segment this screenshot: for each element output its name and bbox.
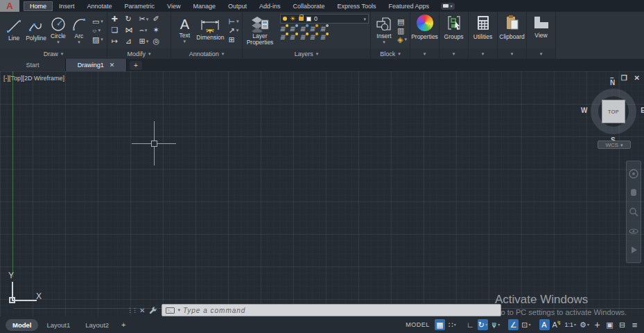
isolate-objects-button[interactable]: ▣ [604,319,615,330]
move-pan-crosshair-button[interactable]: + [592,319,602,330]
zoom-icon[interactable] [629,207,638,217]
viewcube-west[interactable]: W [581,107,587,114]
explode-button[interactable]: ✶ [153,26,159,34]
ucs-icon[interactable]: Y X [0,272,55,314]
properties-button[interactable]: Properties [410,12,439,48]
new-drawing-button[interactable]: + [130,61,142,70]
close-icon[interactable]: ✕ [634,74,640,82]
layer-thaw-all-button[interactable]: ≣ [289,34,297,41]
annotation-visibility-toggle[interactable]: A [539,319,550,330]
viewcube-top-face[interactable]: TOP [602,100,625,123]
tab-featured-apps[interactable]: Featured Apps [382,1,435,11]
text-button[interactable]: A Text ▾ [174,16,195,44]
layer-match-button[interactable]: ≣ [319,26,327,33]
utilities-button[interactable]: Utilities [469,12,497,48]
layer-lock-button[interactable]: ≣ [309,26,317,33]
copy-button[interactable]: ❏ [112,26,119,34]
polyline-button[interactable]: Polyline [24,17,48,42]
tab-model[interactable]: Model [6,319,38,331]
graphics-performance-button[interactable]: ⊟ [617,319,627,330]
layer-on-all-button[interactable]: ≣ [279,34,287,41]
hatch-button[interactable]: ▨ ▾ [92,35,103,44]
tab-insert[interactable]: Insert [53,1,81,11]
tab-output[interactable]: Output [222,1,253,11]
erase-button[interactable]: ✐ [153,15,159,23]
tab-annotate[interactable]: Annotate [81,1,119,11]
ortho-toggle[interactable]: ∟ [465,319,476,330]
viewcube[interactable]: TOP N S W E [591,89,636,134]
tab-layout1[interactable]: Layout1 [40,319,77,331]
fillet-button[interactable]: ⌢▾ [139,26,148,34]
rotate-button[interactable]: ↻ [125,15,132,23]
panel-view-footer[interactable]: ▾ [527,48,555,59]
media-recorder-icon[interactable]: ▾ [441,3,455,10]
layer-select[interactable]: ☀ 0 ▾ [280,14,369,24]
arc-button[interactable]: Arc ▾ [69,15,89,45]
groups-button[interactable]: Groups [440,12,468,48]
table-button[interactable]: ⊞ [229,35,239,44]
layer-unlock-all-button[interactable]: ≣ [309,34,317,41]
object-snap-toggle[interactable]: ⊡▾ [521,319,531,330]
annotation-scale-button[interactable]: 1:1▾ [564,319,577,330]
line-button[interactable]: Line [3,17,24,42]
restore-icon[interactable]: ❐ [621,74,627,82]
offset-button[interactable]: ◎ [153,37,160,45]
panel-layers-footer[interactable]: Layers ▾ [243,48,370,59]
layer-freeze-button[interactable]: ≣ [299,26,307,33]
grid-toggle[interactable]: ▦ [435,319,445,330]
isodraft-toggle[interactable]: ⋔▾ [490,319,501,330]
panel-modify-footer[interactable]: Modify ▾ [107,48,171,59]
mirror-button[interactable]: ⋈ [125,26,133,34]
view-button[interactable]: View [527,12,555,48]
tab-collaborate[interactable]: Collaborate [287,1,331,11]
close-tab-icon[interactable]: ✕ [110,62,115,69]
scale-button[interactable]: ⊿ [125,37,132,45]
tab-layout2[interactable]: Layout2 [78,319,116,331]
object-snap-tracking-toggle[interactable]: ∠ [508,319,519,330]
panel-properties-footer[interactable]: ▾ [410,48,439,59]
rectangle-button[interactable]: ▭ ▾ [92,17,103,26]
wcs-menu[interactable]: WCS ▾ [598,141,631,149]
ellipse-button[interactable]: ○ ▾ [92,26,103,35]
leader-button[interactable]: ↗ ▾ [229,26,239,35]
autocad-logo-icon[interactable]: A [0,0,19,12]
model-space-indicator[interactable]: MODEL [406,321,430,328]
polar-tracking-toggle[interactable]: ↻▾ [478,319,488,330]
panel-annotation-footer[interactable]: Annotation ▾ [171,48,242,59]
file-tab-drawing1[interactable]: Drawing1 ✕ [66,59,127,71]
circle-button[interactable]: Circle ▾ [48,15,69,45]
panel-block-footer[interactable]: Block ▾ [371,48,410,59]
panel-draw-footer[interactable]: Draw ▾ [0,48,107,59]
customize-wrench-icon[interactable] [149,306,157,314]
edit-block-button[interactable]: ▥ [397,26,407,35]
trim-button[interactable]: ✂▾ [139,15,149,23]
dimension-button[interactable]: Dimension [195,18,225,42]
viewcube-north[interactable]: N [610,79,615,87]
navigation-wheel-icon[interactable] [629,169,638,179]
stretch-button[interactable]: ↦ [112,37,118,45]
layer-off-button[interactable]: ≣ [279,26,287,33]
workspace-switching-button[interactable]: ⚙▾ [579,319,590,330]
clipboard-button[interactable]: Clipboard [498,12,526,48]
command-input[interactable]: >_ ▾ Type a command [162,304,501,316]
tab-manage[interactable]: Manage [186,1,222,11]
tab-home[interactable]: Home [24,1,53,11]
navigation-bar[interactable] [626,161,641,263]
show-motion-icon[interactable] [629,245,638,255]
close-command-icon[interactable]: ✕ [139,307,145,314]
tab-view[interactable]: View [161,1,186,11]
tab-parametric[interactable]: Parametric [119,1,162,11]
insert-button[interactable]: Insert ▾ [374,15,394,45]
customization-menu-button[interactable]: ≡ [629,319,640,330]
define-attributes-button[interactable]: ◈ ▾ [397,35,407,44]
layer-properties-button[interactable]: Layer Properties [244,14,276,47]
layer-isolate-button[interactable]: ≣ [289,26,297,33]
chevron-down-icon[interactable]: ▾ [177,307,180,313]
panel-groups-footer[interactable]: ▾ [440,48,468,59]
layer-copy-button[interactable]: ≣ [319,34,327,41]
drawing-canvas[interactable]: [-][Top][2D Wireframe] – ❐ ✕ TOP N S W E… [0,71,644,316]
move-button[interactable]: ✚ [112,15,118,23]
dimension-style-button[interactable]: ⊢ ▾ [229,17,239,26]
file-tab-start[interactable]: Start [0,59,66,71]
array-button[interactable]: ⊞▾ [139,37,149,45]
